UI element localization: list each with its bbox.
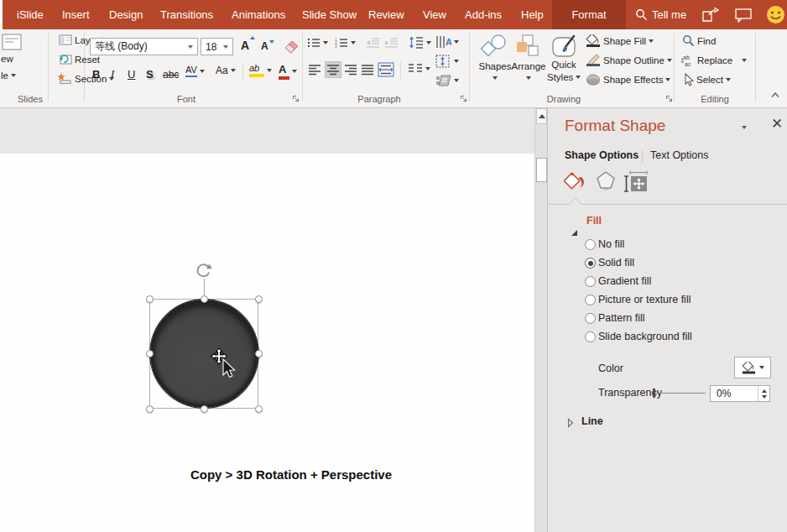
tab-review[interactable]: Review: [368, 0, 404, 29]
transparency-value-spinner[interactable]: 0%: [710, 385, 770, 402]
fill-collapse-triangle-icon[interactable]: [571, 218, 577, 230]
tab-design[interactable]: Design: [109, 0, 143, 29]
bullets-button[interactable]: [307, 37, 328, 49]
align-right-icon[interactable]: [344, 64, 357, 76]
tab-format-active[interactable]: Format: [552, 0, 626, 29]
resize-handle-mid-left[interactable]: [146, 350, 154, 357]
shapes-icon[interactable]: [480, 34, 508, 58]
text-direction-button[interactable]: A: [435, 35, 459, 49]
effects-tab-icon[interactable]: [593, 169, 618, 194]
line-section-header[interactable]: Line: [581, 415, 603, 427]
decrease-indent-icon[interactable]: [366, 37, 380, 49]
replace-button[interactable]: ab ac Replace: [680, 54, 747, 67]
collapse-ribbon-chevron-icon[interactable]: [770, 91, 780, 98]
increase-font-button[interactable]: A: [241, 39, 249, 52]
radio-picture-texture-fill-label[interactable]: Picture or texture fill: [598, 294, 691, 305]
justify-icon[interactable]: [361, 64, 374, 76]
tell-me-box[interactable]: Tell me: [652, 0, 686, 29]
share-icon[interactable]: [701, 8, 722, 23]
font-size-combobox[interactable]: 18: [201, 38, 233, 55]
tab-transitions[interactable]: Transitions: [160, 0, 213, 29]
line-expand-triangle-icon[interactable]: [567, 418, 574, 428]
clear-formatting-eraser-icon[interactable]: [283, 38, 300, 54]
scroll-up-button[interactable]: [536, 108, 547, 124]
quick-styles-button[interactable]: Quick: [545, 60, 582, 70]
font-color-button[interactable]: A: [279, 63, 297, 80]
fill-and-line-tab-icon[interactable]: [563, 169, 588, 194]
arrange-button[interactable]: Arrange: [508, 61, 549, 71]
tab-slide-show[interactable]: Slide Show: [302, 0, 357, 29]
tab-view[interactable]: View: [423, 0, 446, 29]
radio-solid-fill-label[interactable]: Solid fill: [598, 257, 634, 269]
align-center-button-selected[interactable]: [325, 61, 341, 78]
scrollbar-thumb[interactable]: [536, 158, 547, 182]
font-name-combobox[interactable]: 等线 (Body): [90, 38, 198, 55]
arrange-icon[interactable]: [515, 34, 540, 58]
comment-icon[interactable]: [735, 8, 753, 23]
tab-add-ins[interactable]: Add-ins: [465, 0, 502, 29]
distribute-text-icon[interactable]: [378, 62, 394, 77]
resize-handle-top-left[interactable]: [146, 295, 154, 303]
quick-styles-icon[interactable]: [551, 34, 578, 58]
align-text-button[interactable]: [435, 55, 459, 68]
shape-effects-button[interactable]: Shape Effects: [586, 73, 670, 86]
convert-to-smartart-button[interactable]: [435, 74, 459, 87]
resize-handle-top-center[interactable]: [201, 295, 208, 303]
resize-handle-mid-right[interactable]: [255, 350, 263, 357]
new-slide-label-cutoff2[interactable]: le: [1, 70, 16, 81]
decrease-font-button[interactable]: A: [261, 40, 268, 52]
selected-circle-shape[interactable]: [150, 300, 258, 408]
radio-gradient-fill[interactable]: [585, 276, 596, 287]
spinner-buttons[interactable]: [758, 386, 769, 401]
find-button[interactable]: Find: [682, 34, 716, 47]
quick-styles-button-line2[interactable]: Styles: [547, 72, 581, 82]
radio-no-fill[interactable]: [585, 239, 596, 250]
select-button[interactable]: Select: [683, 73, 731, 86]
text-shadow-button[interactable]: S: [146, 63, 154, 81]
radio-pattern-fill-label[interactable]: Pattern fill: [598, 312, 645, 324]
resize-handle-top-right[interactable]: [255, 295, 263, 303]
tab-islide[interactable]: iSlide: [17, 0, 44, 29]
radio-no-fill-label[interactable]: No fill: [598, 238, 624, 250]
slide-caption-text[interactable]: Copy > 3D Rotation + Perspective: [149, 467, 434, 482]
rotate-handle-icon[interactable]: [195, 262, 212, 279]
radio-gradient-fill-label[interactable]: Gradient fill: [598, 275, 651, 287]
strikethrough-button[interactable]: abc: [163, 63, 179, 81]
highlight-color-button[interactable]: ab: [249, 63, 272, 77]
resize-handle-bottom-center[interactable]: [201, 405, 208, 413]
shape-fill-button[interactable]: Shape Fill: [586, 34, 654, 48]
line-spacing-button[interactable]: [409, 36, 431, 49]
radio-solid-fill-selected[interactable]: [585, 258, 596, 269]
smiley-icon[interactable]: [766, 5, 785, 24]
resize-handle-bottom-right[interactable]: [255, 405, 263, 413]
transparency-slider-track[interactable]: [655, 393, 706, 394]
tab-insert[interactable]: Insert: [62, 0, 90, 29]
size-properties-tab-icon[interactable]: [623, 169, 649, 194]
bold-button[interactable]: B: [92, 63, 100, 81]
pane-options-arrow-icon[interactable]: [742, 126, 747, 129]
slide-canvas[interactable]: Copy > 3D Rotation + Perspective: [0, 108, 534, 532]
increase-indent-icon[interactable]: [384, 37, 399, 49]
fill-color-dropdown-button[interactable]: [734, 357, 771, 378]
radio-slide-background-fill[interactable]: [585, 331, 596, 342]
align-left-icon[interactable]: [308, 64, 321, 76]
spinner-up-icon[interactable]: [762, 389, 767, 393]
paragraph-dialog-launcher-icon[interactable]: [460, 95, 467, 102]
columns-button[interactable]: [408, 63, 430, 75]
fill-section-header[interactable]: Fill: [586, 215, 602, 227]
tab-animations[interactable]: Animations: [232, 0, 285, 29]
transparency-slider-thumb[interactable]: [653, 389, 655, 398]
spinner-down-icon[interactable]: [762, 395, 767, 399]
radio-picture-texture-fill[interactable]: [585, 295, 596, 305]
underline-button[interactable]: U: [128, 63, 135, 81]
italic-button[interactable]: I: [111, 63, 114, 81]
numbering-button[interactable]: 1 2 3: [335, 37, 356, 49]
radio-pattern-fill[interactable]: [585, 313, 596, 324]
tab-help[interactable]: Help: [521, 0, 544, 29]
change-case-button[interactable]: Aa: [216, 65, 236, 76]
new-slide-icon[interactable]: [2, 34, 22, 51]
radio-slide-background-fill-label[interactable]: Slide background fill: [598, 331, 692, 342]
section-button[interactable]: Section: [57, 73, 114, 84]
character-spacing-button[interactable]: AV: [185, 65, 205, 77]
tab-text-options[interactable]: Text Options: [650, 149, 708, 161]
